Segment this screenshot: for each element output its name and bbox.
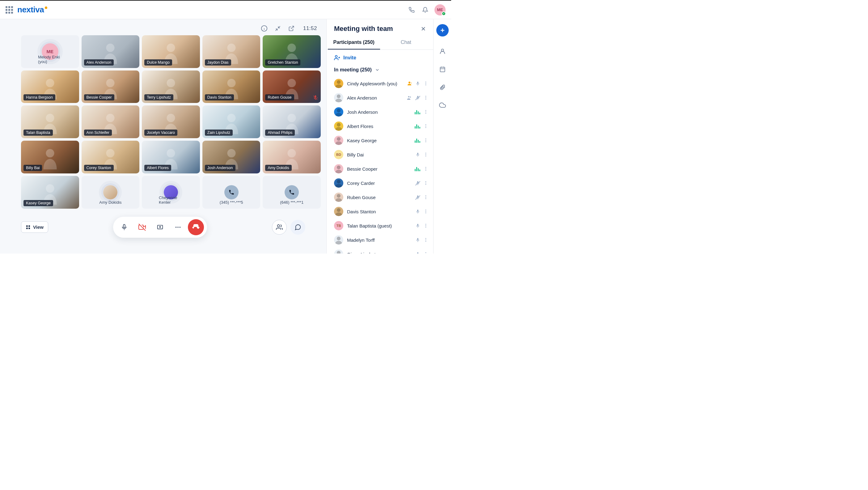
meeting-duration: 11:52: [303, 25, 317, 32]
apps-menu-icon[interactable]: [6, 6, 13, 13]
participant-row[interactable]: Albert Flores: [333, 119, 430, 133]
svg-point-104: [426, 241, 427, 242]
brand-dot-icon: [45, 6, 47, 9]
participant-more-icon[interactable]: [423, 223, 428, 228]
video-tile[interactable]: Terry Lipshutz: [142, 70, 200, 103]
close-panel-icon[interactable]: [420, 25, 427, 32]
popout-icon[interactable]: [288, 25, 295, 32]
tab-chat[interactable]: Chat: [380, 36, 432, 50]
participant-name: Madelyn Torff: [347, 238, 412, 243]
right-rail: [433, 19, 451, 253]
video-tile[interactable]: Billy Bai: [21, 141, 79, 174]
bell-icon[interactable]: [419, 4, 431, 16]
participant-row[interactable]: Corey Carder: [333, 176, 430, 190]
contacts-rail-icon[interactable]: [436, 45, 449, 58]
svg-point-44: [426, 82, 427, 83]
speaking-icon: [415, 124, 420, 129]
invite-button[interactable]: Invite: [327, 50, 433, 63]
video-tile[interactable]: Jocelyn Vaccaro: [142, 105, 200, 138]
calendar-rail-icon[interactable]: [436, 63, 449, 75]
participant-more-icon[interactable]: [423, 181, 428, 185]
mic-muted-icon: [415, 195, 420, 200]
svg-point-15: [166, 114, 175, 122]
microphone-button[interactable]: [116, 219, 132, 235]
participant-row[interactable]: Alex Anderson: [333, 91, 430, 105]
participants-toggle-button[interactable]: [272, 220, 287, 235]
video-tile[interactable]: Kasey George: [21, 176, 79, 209]
video-tile[interactable]: MEMelody Enki (you): [21, 35, 79, 68]
meeting-stage: 11:52 MEMelody Enki (you)Alex AndersonDu…: [0, 19, 326, 253]
new-action-fab[interactable]: [436, 24, 449, 36]
in-meeting-label: In meeting (250): [334, 67, 372, 73]
participant-more-icon[interactable]: [423, 95, 428, 100]
svg-point-49: [410, 96, 411, 98]
share-screen-button[interactable]: [152, 219, 168, 235]
participant-more-icon[interactable]: [423, 124, 428, 129]
video-tile[interactable]: Amy Dokidis: [262, 141, 321, 174]
svg-point-66: [426, 141, 427, 142]
participant-name: Giana Lipshutz: [347, 252, 412, 254]
video-tile[interactable]: (345) ***-***5: [203, 176, 260, 209]
video-tile[interactable]: Dulce Mango: [142, 35, 200, 68]
phone-icon[interactable]: [405, 4, 418, 16]
video-tile[interactable]: Bessie Cooper: [82, 70, 140, 103]
participant-row[interactable]: BDBilly Dai: [333, 148, 430, 162]
svg-point-97: [426, 225, 427, 226]
participant-more-icon[interactable]: [423, 81, 428, 86]
video-tile[interactable]: Ann Schleifer: [82, 105, 140, 138]
participant-row[interactable]: Madelyn Torff: [333, 233, 430, 247]
tile-name-label: Jaydon Dias: [205, 59, 231, 65]
tile-name-label: Melody Enki (you): [35, 54, 65, 65]
svg-point-10: [166, 79, 175, 87]
hangup-button[interactable]: [188, 219, 204, 235]
participant-row[interactable]: Ruben Gouse: [333, 190, 430, 204]
minimize-icon[interactable]: [274, 25, 281, 32]
more-options-button[interactable]: [170, 219, 186, 235]
info-icon[interactable]: [260, 25, 268, 32]
svg-point-63: [337, 137, 341, 141]
current-user-avatar[interactable]: ME: [434, 4, 445, 16]
view-layout-button[interactable]: View: [21, 221, 48, 233]
participant-more-icon[interactable]: [423, 152, 428, 157]
tab-participants[interactable]: Participants (250): [328, 36, 380, 50]
cloud-rail-icon[interactable]: [436, 99, 449, 111]
video-tile[interactable]: Alex Anderson: [82, 35, 140, 68]
participant-row[interactable]: Cindy Applesworth (you): [333, 76, 430, 91]
participant-more-icon[interactable]: [423, 238, 428, 242]
participant-row[interactable]: Davis Stanton: [333, 204, 430, 219]
participant-more-icon[interactable]: [423, 252, 428, 253]
participant-row[interactable]: Josh Anderson: [333, 105, 430, 119]
video-tile[interactable]: Amy Dokidis: [82, 176, 140, 209]
participant-more-icon[interactable]: [423, 138, 428, 143]
video-tile[interactable]: Davis Stanton: [203, 70, 260, 103]
video-tile[interactable]: Ahmad Philips: [262, 105, 321, 138]
video-tile[interactable]: Josh Anderson: [203, 141, 260, 174]
svg-rect-90: [417, 213, 418, 214]
video-tile[interactable]: (646) ***-***1: [262, 176, 321, 209]
participant-more-icon[interactable]: [423, 209, 428, 214]
video-tile[interactable]: Zain Lipshutz: [203, 105, 260, 138]
video-tile[interactable]: Gretchen Stanton: [262, 35, 321, 68]
brand-logo[interactable]: nextiva: [17, 5, 47, 14]
participant-more-icon[interactable]: [423, 110, 428, 114]
video-tile[interactable]: Cheyenne Kenter: [142, 176, 200, 209]
video-tile[interactable]: Talan Baptista: [21, 105, 79, 138]
svg-point-81: [426, 184, 427, 185]
video-tile[interactable]: Albert Flores: [142, 141, 200, 174]
participant-row[interactable]: Giana Lipshutz: [333, 247, 430, 253]
participant-row[interactable]: Bessie Cooper: [333, 162, 430, 176]
participant-row[interactable]: TBTalan Baptista (guest): [333, 219, 430, 233]
video-tile[interactable]: Jaydon Dias: [203, 35, 260, 68]
video-tile[interactable]: Hanna Bergson: [21, 70, 79, 103]
participant-row[interactable]: Kasey George: [333, 133, 430, 148]
chat-toggle-button[interactable]: [290, 220, 305, 235]
svg-point-64: [426, 139, 427, 140]
camera-off-button[interactable]: [134, 219, 150, 235]
in-meeting-section-header[interactable]: In meeting (250): [327, 63, 433, 74]
participant-more-icon[interactable]: [423, 166, 428, 171]
participant-more-icon[interactable]: [423, 195, 428, 200]
camera-off-icon: [138, 223, 146, 231]
video-tile[interactable]: Ruben Gouse: [262, 70, 321, 103]
attachment-rail-icon[interactable]: [436, 81, 449, 93]
video-tile[interactable]: Corey Stanton: [82, 141, 140, 174]
